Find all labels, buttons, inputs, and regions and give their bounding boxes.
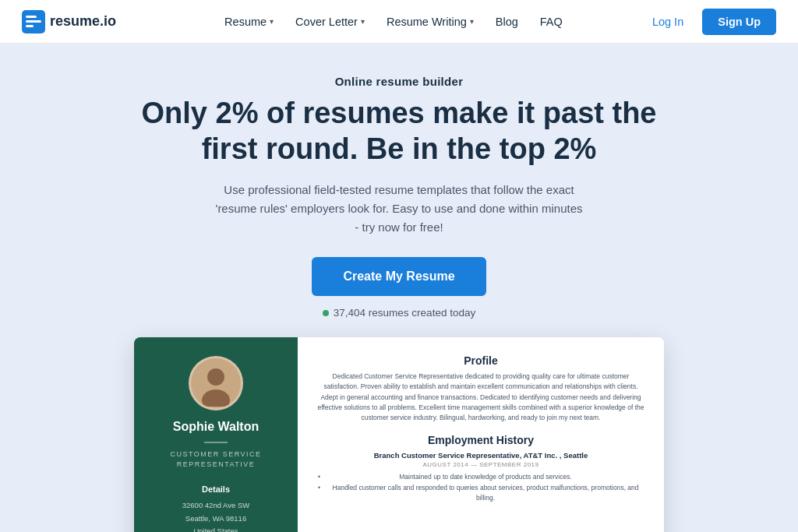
chevron-down-icon: ▾ [361,17,365,26]
svg-point-5 [207,368,224,386]
hero-title: Only 2% of resumes make it past the firs… [126,96,672,167]
resumes-count: 37,404 resumes created today [16,307,782,319]
svg-rect-2 [26,20,41,23]
emp-bullet-1: Maintained up to date knowledge of produ… [316,472,645,483]
signup-button[interactable]: Sign Up [702,9,776,35]
resume-preview-wrapper: Sophie Walton CUSTOMER SERVICEREPRESENTA… [16,337,782,532]
resume-divider [204,442,228,443]
nav-item-cover-letter[interactable]: Cover Letter ▾ [286,9,374,34]
svg-rect-1 [26,16,37,18]
emp-role: Branch Customer Service Representative, … [316,451,645,460]
avatar [189,356,243,410]
resume-left-panel: Sophie Walton CUSTOMER SERVICEREPRESENTA… [134,337,298,532]
resume-job-title: CUSTOMER SERVICEREPRESENTATIVE [170,449,261,469]
hero-description: Use professional field-tested resume tem… [212,181,586,237]
resume-address3: United States [148,526,284,532]
employment-section-title: Employment History [316,434,645,446]
chevron-down-icon: ▾ [270,17,274,26]
profile-section-title: Profile [316,354,645,367]
resume-details-heading: Details [148,484,284,494]
resume-address1: 32600 42nd Ave SW [148,500,284,510]
nav-item-faq[interactable]: FAQ [531,9,572,34]
chevron-down-icon: ▾ [470,17,474,26]
profile-text: Dedicated Customer Service Representativ… [316,372,645,423]
green-dot-icon [323,310,329,316]
resume-address2: Seattle, WA 98116 [148,513,284,523]
logo-icon [22,10,45,33]
nav-item-resume[interactable]: Resume ▾ [215,9,283,34]
resume-right-panel: Profile Dedicated Customer Service Repre… [298,337,664,532]
svg-rect-3 [26,25,34,27]
logo-text: resume.io [50,13,116,30]
resume-preview: Sophie Walton CUSTOMER SERVICEREPRESENTA… [134,337,664,532]
emp-bullet-2: Handled customer calls and responded to … [316,483,645,504]
navbar: resume.io Resume ▾ Cover Letter ▾ Resume… [0,0,798,44]
hero-section: Online resume builder Only 2% of resumes… [0,44,798,532]
nav-item-blog[interactable]: Blog [486,9,528,34]
logo[interactable]: resume.io [22,10,116,33]
nav-item-resume-writing[interactable]: Resume Writing ▾ [377,9,483,34]
hero-subtitle: Online resume builder [16,75,782,88]
create-resume-button[interactable]: Create My Resume [312,257,486,296]
resume-name: Sophie Walton [173,420,260,434]
nav-links: Resume ▾ Cover Letter ▾ Resume Writing ▾… [147,9,640,34]
nav-right: Log In Sign Up [640,9,776,35]
login-button[interactable]: Log In [640,9,696,34]
emp-dates: August 2014 — September 2019 [316,461,645,468]
